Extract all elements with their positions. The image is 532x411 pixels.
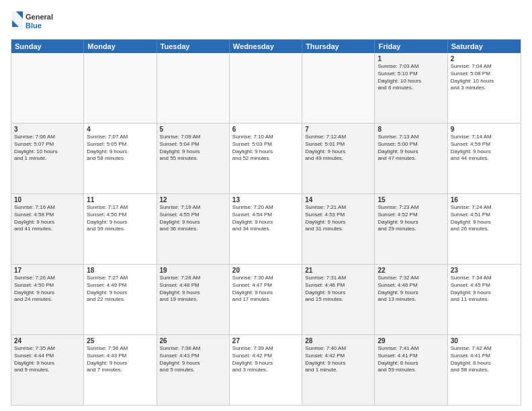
- day-number: 28: [305, 337, 371, 345]
- calendar-cell-1-1: 4Sunrise: 7:07 AM Sunset: 5:05 PM Daylig…: [84, 124, 157, 193]
- header-day-wednesday: Wednesday: [230, 40, 302, 53]
- cell-info: Sunrise: 7:20 AM Sunset: 4:54 PM Dayligh…: [232, 204, 299, 233]
- cell-info: Sunrise: 7:09 AM Sunset: 5:04 PM Dayligh…: [160, 134, 226, 163]
- day-number: 12: [160, 196, 226, 203]
- day-number: 24: [14, 337, 81, 345]
- cell-info: Sunrise: 7:38 AM Sunset: 4:43 PM Dayligh…: [160, 345, 226, 374]
- calendar-cell-2-4: 14Sunrise: 7:21 AM Sunset: 4:53 PM Dayli…: [302, 194, 375, 264]
- cell-info: Sunrise: 7:21 AM Sunset: 4:53 PM Dayligh…: [305, 204, 371, 233]
- day-number: 4: [87, 126, 153, 133]
- calendar-cell-2-6: 16Sunrise: 7:24 AM Sunset: 4:51 PM Dayli…: [448, 194, 521, 264]
- calendar-row-1: 3Sunrise: 7:06 AM Sunset: 5:07 PM Daylig…: [11, 124, 521, 194]
- header-day-sunday: Sunday: [11, 40, 84, 53]
- cell-info: Sunrise: 7:26 AM Sunset: 4:50 PM Dayligh…: [14, 275, 81, 304]
- cell-info: Sunrise: 7:17 AM Sunset: 4:56 PM Dayligh…: [87, 204, 153, 233]
- calendar-cell-2-5: 15Sunrise: 7:23 AM Sunset: 4:52 PM Dayli…: [375, 194, 447, 264]
- cell-info: Sunrise: 7:16 AM Sunset: 4:58 PM Dayligh…: [14, 204, 81, 233]
- day-number: 5: [160, 126, 226, 133]
- day-number: 19: [160, 267, 226, 274]
- day-number: 20: [232, 267, 299, 274]
- day-number: 29: [378, 337, 444, 345]
- day-number: 14: [305, 196, 371, 203]
- header-day-thursday: Thursday: [302, 40, 375, 53]
- cell-info: Sunrise: 7:32 AM Sunset: 4:46 PM Dayligh…: [378, 275, 444, 304]
- calendar-cell-0-1: [84, 53, 157, 123]
- cell-info: Sunrise: 7:14 AM Sunset: 4:59 PM Dayligh…: [451, 134, 518, 163]
- calendar-body: 1Sunrise: 7:03 AM Sunset: 5:10 PM Daylig…: [11, 53, 521, 405]
- cell-info: Sunrise: 7:12 AM Sunset: 5:01 PM Dayligh…: [305, 134, 371, 163]
- day-number: 22: [378, 267, 444, 274]
- cell-info: Sunrise: 7:40 AM Sunset: 4:42 PM Dayligh…: [305, 345, 371, 374]
- calendar-cell-1-5: 8Sunrise: 7:13 AM Sunset: 5:00 PM Daylig…: [375, 124, 447, 193]
- day-number: 3: [14, 126, 81, 133]
- calendar-cell-3-4: 21Sunrise: 7:31 AM Sunset: 4:46 PM Dayli…: [302, 265, 375, 334]
- cell-info: Sunrise: 7:10 AM Sunset: 5:03 PM Dayligh…: [232, 134, 299, 163]
- calendar-cell-3-0: 17Sunrise: 7:26 AM Sunset: 4:50 PM Dayli…: [11, 265, 84, 334]
- day-number: 17: [14, 267, 81, 274]
- day-number: 1: [378, 55, 444, 62]
- cell-info: Sunrise: 7:07 AM Sunset: 5:05 PM Dayligh…: [87, 134, 153, 163]
- calendar-cell-1-6: 9Sunrise: 7:14 AM Sunset: 4:59 PM Daylig…: [448, 124, 521, 193]
- cell-info: Sunrise: 7:13 AM Sunset: 5:00 PM Dayligh…: [378, 134, 444, 163]
- day-number: 13: [232, 196, 299, 203]
- calendar-cell-0-5: 1Sunrise: 7:03 AM Sunset: 5:10 PM Daylig…: [375, 53, 447, 123]
- day-number: 15: [378, 196, 444, 203]
- cell-info: Sunrise: 7:19 AM Sunset: 4:55 PM Dayligh…: [160, 204, 226, 233]
- header-day-tuesday: Tuesday: [157, 40, 230, 53]
- calendar-cell-2-1: 11Sunrise: 7:17 AM Sunset: 4:56 PM Dayli…: [84, 194, 157, 264]
- day-number: 26: [160, 337, 226, 345]
- header-day-friday: Friday: [375, 40, 447, 53]
- header-day-saturday: Saturday: [448, 40, 521, 53]
- cell-info: Sunrise: 7:24 AM Sunset: 4:51 PM Dayligh…: [451, 204, 518, 233]
- cell-info: Sunrise: 7:42 AM Sunset: 4:41 PM Dayligh…: [451, 345, 518, 374]
- calendar-row-2: 10Sunrise: 7:16 AM Sunset: 4:58 PM Dayli…: [11, 194, 521, 265]
- calendar-cell-2-2: 12Sunrise: 7:19 AM Sunset: 4:55 PM Dayli…: [157, 194, 230, 264]
- calendar-cell-0-4: [302, 53, 375, 123]
- calendar-cell-2-3: 13Sunrise: 7:20 AM Sunset: 4:54 PM Dayli…: [230, 194, 302, 264]
- calendar-cell-1-4: 7Sunrise: 7:12 AM Sunset: 5:01 PM Daylig…: [302, 124, 375, 193]
- cell-info: Sunrise: 7:31 AM Sunset: 4:46 PM Dayligh…: [305, 275, 371, 304]
- calendar-cell-1-2: 5Sunrise: 7:09 AM Sunset: 5:04 PM Daylig…: [157, 124, 230, 193]
- day-number: 21: [305, 267, 371, 274]
- calendar-cell-4-2: 26Sunrise: 7:38 AM Sunset: 4:43 PM Dayli…: [157, 335, 230, 405]
- header-day-monday: Monday: [84, 40, 157, 53]
- day-number: 16: [451, 196, 518, 203]
- calendar-cell-3-2: 19Sunrise: 7:28 AM Sunset: 4:48 PM Dayli…: [157, 265, 230, 334]
- cell-info: Sunrise: 7:28 AM Sunset: 4:48 PM Dayligh…: [160, 275, 226, 304]
- logo: General Blue: [11, 8, 58, 35]
- calendar-cell-0-3: [230, 53, 302, 123]
- page-header: General Blue: [11, 8, 521, 35]
- calendar-row-4: 24Sunrise: 7:35 AM Sunset: 4:44 PM Dayli…: [11, 335, 521, 405]
- day-number: 27: [232, 337, 299, 345]
- cell-info: Sunrise: 7:27 AM Sunset: 4:49 PM Dayligh…: [87, 275, 153, 304]
- svg-text:Blue: Blue: [26, 21, 42, 30]
- calendar-cell-4-4: 28Sunrise: 7:40 AM Sunset: 4:42 PM Dayli…: [302, 335, 375, 405]
- cell-info: Sunrise: 7:03 AM Sunset: 5:10 PM Dayligh…: [378, 63, 444, 92]
- day-number: 6: [232, 126, 299, 133]
- calendar-cell-3-5: 22Sunrise: 7:32 AM Sunset: 4:46 PM Dayli…: [375, 265, 447, 334]
- cell-info: Sunrise: 7:36 AM Sunset: 4:43 PM Dayligh…: [87, 345, 153, 374]
- calendar-cell-0-6: 2Sunrise: 7:04 AM Sunset: 5:08 PM Daylig…: [448, 53, 521, 123]
- day-number: 11: [87, 196, 153, 203]
- cell-info: Sunrise: 7:06 AM Sunset: 5:07 PM Dayligh…: [14, 134, 81, 163]
- day-number: 9: [451, 126, 518, 133]
- cell-info: Sunrise: 7:23 AM Sunset: 4:52 PM Dayligh…: [378, 204, 444, 233]
- calendar-cell-1-3: 6Sunrise: 7:10 AM Sunset: 5:03 PM Daylig…: [230, 124, 302, 193]
- calendar-row-0: 1Sunrise: 7:03 AM Sunset: 5:10 PM Daylig…: [11, 53, 521, 124]
- calendar-cell-4-3: 27Sunrise: 7:39 AM Sunset: 4:42 PM Dayli…: [230, 335, 302, 405]
- calendar-row-3: 17Sunrise: 7:26 AM Sunset: 4:50 PM Dayli…: [11, 265, 521, 335]
- cell-info: Sunrise: 7:39 AM Sunset: 4:42 PM Dayligh…: [232, 345, 299, 374]
- calendar-cell-4-0: 24Sunrise: 7:35 AM Sunset: 4:44 PM Dayli…: [11, 335, 84, 405]
- calendar-cell-3-3: 20Sunrise: 7:30 AM Sunset: 4:47 PM Dayli…: [230, 265, 302, 334]
- cell-info: Sunrise: 7:35 AM Sunset: 4:44 PM Dayligh…: [14, 345, 81, 374]
- day-number: 23: [451, 267, 518, 274]
- calendar-cell-4-6: 30Sunrise: 7:42 AM Sunset: 4:41 PM Dayli…: [448, 335, 521, 405]
- day-number: 7: [305, 126, 371, 133]
- day-number: 8: [378, 126, 444, 133]
- cell-info: Sunrise: 7:41 AM Sunset: 4:41 PM Dayligh…: [378, 345, 444, 374]
- calendar-cell-3-6: 23Sunrise: 7:34 AM Sunset: 4:45 PM Dayli…: [448, 265, 521, 334]
- calendar-cell-0-0: [11, 53, 84, 123]
- calendar-header: SundayMondayTuesdayWednesdayThursdayFrid…: [11, 40, 521, 53]
- day-number: 30: [451, 337, 518, 345]
- logo-svg: General Blue: [11, 8, 58, 35]
